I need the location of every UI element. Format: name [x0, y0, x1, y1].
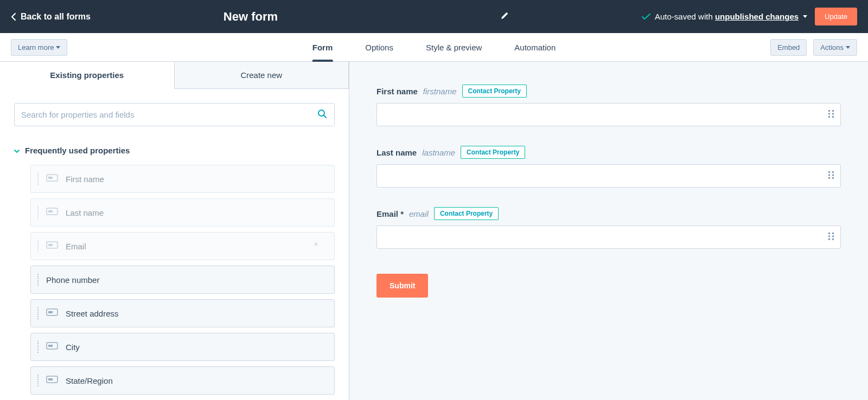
field-title: Email * [376, 209, 404, 218]
frequently-used-toggle[interactable]: Frequently used properties [14, 146, 335, 155]
submit-button[interactable]: Submit [376, 274, 428, 298]
field-input-wrap [376, 164, 841, 188]
edit-title-button[interactable] [500, 11, 509, 22]
field-input[interactable] [376, 103, 841, 126]
drag-dots-icon [37, 375, 39, 386]
caret-down-icon [846, 46, 850, 49]
learn-more-button[interactable]: Learn more [11, 39, 67, 56]
svg-rect-29 [828, 238, 830, 240]
topbar: Back to all forms New form Auto-saved wi… [0, 0, 868, 33]
actions-label: Actions [820, 43, 844, 51]
svg-rect-25 [828, 233, 830, 234]
learn-more-label: Learn more [18, 43, 54, 51]
field-internal-name: lastname [422, 148, 455, 157]
caret-down-icon [56, 46, 60, 49]
property-label: Street address [66, 309, 119, 318]
secondbar-right: Embed Actions [770, 39, 857, 56]
property-list: First nameLast nameEmail*Phone numberStr… [14, 165, 335, 395]
actions-button[interactable]: Actions [813, 39, 857, 56]
frequently-used-label: Frequently used properties [25, 146, 130, 155]
caret-down-icon [803, 15, 807, 18]
field-header: Last namelastnameContact Property [376, 146, 841, 159]
svg-rect-14 [832, 110, 834, 112]
drag-dots-icon [37, 274, 39, 286]
property-label: Last name [66, 208, 104, 217]
tab-form[interactable]: Form [312, 33, 333, 61]
svg-rect-15 [828, 113, 830, 114]
check-icon [642, 14, 650, 20]
svg-rect-13 [828, 110, 830, 112]
form-field: Email *emailContact Property [376, 207, 841, 249]
property-item[interactable]: Street address [30, 299, 335, 327]
svg-rect-10 [48, 345, 53, 347]
svg-rect-2 [48, 177, 53, 179]
field-input-wrap [376, 225, 841, 249]
field-internal-name: firstname [423, 87, 457, 96]
field-input[interactable] [376, 164, 841, 188]
sidebar-tab-existing-properties[interactable]: Existing properties [0, 62, 175, 89]
property-label: Phone number [46, 275, 99, 285]
sidebar-tabs: Existing properties Create new [0, 62, 349, 89]
update-button[interactable]: Update [815, 8, 857, 25]
required-star-icon: * [314, 241, 318, 252]
autosave-prefix: Auto-saved with [655, 12, 715, 21]
main-tabs: Form Options Style & preview Automation [312, 33, 556, 61]
sidebar-tab-create-new[interactable]: Create new [175, 62, 349, 88]
contact-property-badge: Contact Property [462, 85, 527, 98]
field-header: First namefirstnameContact Property [376, 85, 841, 98]
form-field: Last namelastnameContact Property [376, 146, 841, 188]
field-title: First name [376, 87, 418, 96]
property-item[interactable]: State/Region [30, 366, 335, 395]
autosave-status[interactable]: Auto-saved with unpublished changes [642, 12, 807, 21]
secondbar: Learn more Form Options Style & preview … [0, 33, 868, 62]
svg-rect-6 [48, 244, 53, 246]
svg-rect-30 [832, 238, 834, 240]
content: Existing properties Create new Frequentl… [0, 62, 868, 400]
back-to-all-forms-link[interactable]: Back to all forms [11, 12, 91, 22]
text-field-icon [46, 174, 58, 184]
property-label: First name [66, 175, 104, 184]
search-icon[interactable] [317, 109, 327, 121]
field-input[interactable] [376, 225, 841, 249]
drag-handle-icon[interactable] [828, 109, 834, 120]
svg-rect-12 [48, 378, 53, 380]
form-title: New form [224, 10, 278, 24]
property-item[interactable]: Last name [30, 198, 335, 227]
text-field-icon [46, 208, 58, 217]
drag-dots-icon [37, 207, 39, 218]
text-field-icon [46, 376, 58, 385]
drag-handle-icon[interactable] [828, 232, 834, 243]
text-field-icon [46, 308, 58, 318]
tab-style-preview[interactable]: Style & preview [426, 33, 482, 61]
property-item[interactable]: Phone number [30, 266, 335, 294]
field-header: Email *emailContact Property [376, 207, 841, 220]
property-item[interactable]: City [30, 333, 335, 361]
svg-rect-28 [832, 235, 834, 237]
tab-automation[interactable]: Automation [514, 33, 556, 61]
svg-rect-26 [832, 233, 834, 234]
svg-rect-8 [48, 311, 53, 313]
svg-rect-18 [832, 116, 834, 118]
property-item[interactable]: Email* [30, 232, 335, 260]
caret-down-icon [14, 146, 20, 155]
sidebar: Existing properties Create new Frequentl… [0, 62, 349, 400]
embed-button[interactable]: Embed [770, 39, 807, 56]
text-field-icon [46, 241, 58, 251]
svg-rect-23 [828, 177, 830, 179]
svg-rect-16 [832, 113, 834, 114]
tab-options[interactable]: Options [365, 33, 393, 61]
search-wrap [14, 103, 335, 126]
field-title: Last name [376, 148, 417, 157]
svg-rect-22 [832, 174, 834, 176]
search-input[interactable] [14, 103, 335, 126]
drag-handle-icon[interactable] [828, 171, 834, 182]
text-field-icon [46, 342, 58, 352]
svg-rect-21 [828, 174, 830, 176]
topbar-right: Auto-saved with unpublished changes Upda… [642, 8, 857, 25]
svg-rect-27 [828, 235, 830, 237]
property-item[interactable]: First name [30, 165, 335, 193]
topbar-center: New form [91, 10, 642, 24]
chevron-left-icon [11, 12, 16, 21]
drag-dots-icon [37, 307, 39, 319]
svg-rect-24 [832, 177, 834, 179]
